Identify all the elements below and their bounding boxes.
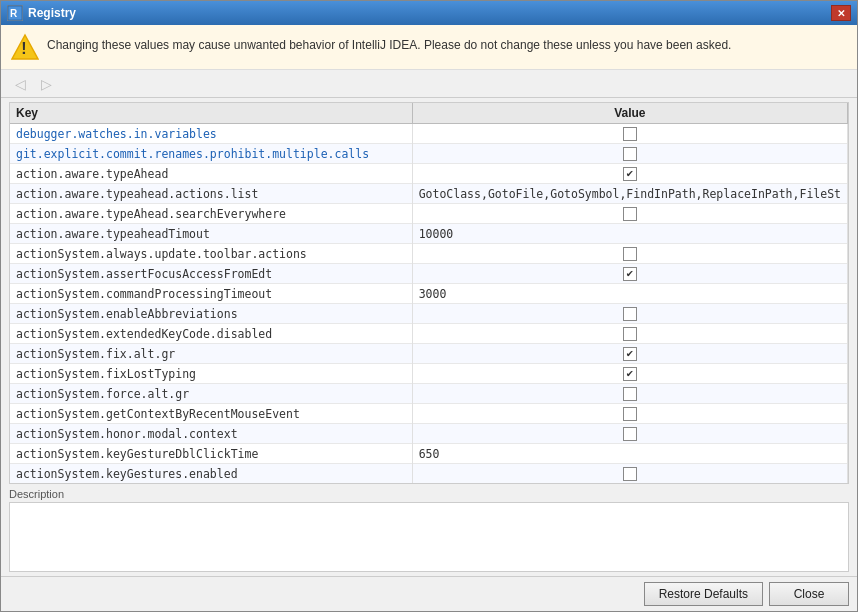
checkbox[interactable]	[623, 467, 637, 481]
registry-table-container[interactable]: Key Value debugger.watches.in.variablesg…	[9, 102, 849, 484]
table-row[interactable]: actionSystem.enableAbbreviations	[10, 304, 848, 324]
value-cell: 650	[412, 444, 847, 464]
value-cell[interactable]: ✔	[412, 264, 847, 284]
warning-text: Changing these values may cause unwanted…	[47, 33, 731, 54]
description-section: Description	[9, 488, 849, 572]
value-cell[interactable]	[412, 244, 847, 264]
table-row[interactable]: actionSystem.honor.modal.context	[10, 424, 848, 444]
key-cell: actionSystem.keyGestureDblClickTime	[10, 444, 412, 464]
forward-button[interactable]: ▷	[35, 74, 57, 94]
key-cell: action.aware.typeAhead.searchEverywhere	[10, 204, 412, 224]
value-cell: 3000	[412, 284, 847, 304]
key-cell: git.explicit.commit.renames.prohibit.mul…	[10, 144, 412, 164]
window-icon: R	[7, 5, 23, 21]
value-cell[interactable]	[412, 404, 847, 424]
checkbox[interactable]	[623, 387, 637, 401]
restore-defaults-button[interactable]: Restore Defaults	[644, 582, 763, 606]
table-row[interactable]: git.explicit.commit.renames.prohibit.mul…	[10, 144, 848, 164]
key-cell: actionSystem.enableAbbreviations	[10, 304, 412, 324]
checkbox[interactable]: ✔	[623, 267, 637, 281]
description-box	[9, 502, 849, 572]
table-row[interactable]: action.aware.typeAhead✔	[10, 164, 848, 184]
key-cell: actionSystem.assertFocusAccessFromEdt	[10, 264, 412, 284]
svg-text:R: R	[10, 8, 18, 19]
table-row[interactable]: actionSystem.commandProcessingTimeout300…	[10, 284, 848, 304]
warning-icon: !	[11, 33, 39, 61]
key-cell: actionSystem.mac.screenMenuNotUpdatedFix	[10, 484, 412, 485]
key-cell: action.aware.typeaheadTimout	[10, 224, 412, 244]
value-cell[interactable]: ✔	[412, 364, 847, 384]
table-row[interactable]: debugger.watches.in.variables	[10, 124, 848, 144]
key-cell: action.aware.typeAhead	[10, 164, 412, 184]
col-header-key: Key	[10, 103, 412, 124]
value-cell[interactable]	[412, 144, 847, 164]
table-row[interactable]: actionSystem.extendedKeyCode.disabled	[10, 324, 848, 344]
checkbox[interactable]	[623, 427, 637, 441]
svg-text:!: !	[21, 40, 26, 57]
registry-window: R Registry ✕ ! Changing these values may…	[0, 0, 858, 612]
checkbox[interactable]: ✔	[623, 367, 637, 381]
value-cell[interactable]	[412, 324, 847, 344]
key-cell: actionSystem.fixLostTyping	[10, 364, 412, 384]
value-cell[interactable]	[412, 484, 847, 485]
key-cell: actionSystem.extendedKeyCode.disabled	[10, 324, 412, 344]
key-cell: debugger.watches.in.variables	[10, 124, 412, 144]
table-row[interactable]: action.aware.typeaheadTimout10000	[10, 224, 848, 244]
key-cell: actionSystem.commandProcessingTimeout	[10, 284, 412, 304]
key-cell: actionSystem.fix.alt.gr	[10, 344, 412, 364]
key-cell: actionSystem.keyGestures.enabled	[10, 464, 412, 484]
value-cell[interactable]	[412, 384, 847, 404]
checkbox[interactable]	[623, 407, 637, 421]
table-row[interactable]: actionSystem.always.update.toolbar.actio…	[10, 244, 848, 264]
window-close-button[interactable]: ✕	[831, 5, 851, 21]
key-cell: action.aware.typeahead.actions.list	[10, 184, 412, 204]
checkbox[interactable]: ✔	[623, 167, 637, 181]
value-cell[interactable]	[412, 204, 847, 224]
checkbox[interactable]	[623, 327, 637, 341]
value-cell[interactable]	[412, 464, 847, 484]
title-bar: R Registry ✕	[1, 1, 857, 25]
close-button[interactable]: Close	[769, 582, 849, 606]
table-row[interactable]: action.aware.typeAhead.searchEverywhere	[10, 204, 848, 224]
table-body: debugger.watches.in.variablesgit.explici…	[10, 124, 848, 485]
toolbar: ◁ ▷	[1, 70, 857, 98]
table-row[interactable]: actionSystem.mac.screenMenuNotUpdatedFix	[10, 484, 848, 485]
table-header-row: Key Value	[10, 103, 848, 124]
table-row[interactable]: actionSystem.assertFocusAccessFromEdt✔	[10, 264, 848, 284]
table-row[interactable]: actionSystem.keyGestures.enabled	[10, 464, 848, 484]
warning-bar: ! Changing these values may cause unwant…	[1, 25, 857, 70]
checkbox[interactable]	[623, 307, 637, 321]
table-row[interactable]: actionSystem.keyGestureDblClickTime650	[10, 444, 848, 464]
table-row[interactable]: actionSystem.force.alt.gr	[10, 384, 848, 404]
value-cell[interactable]: ✔	[412, 164, 847, 184]
table-row[interactable]: actionSystem.fix.alt.gr✔	[10, 344, 848, 364]
table-row[interactable]: actionSystem.getContextByRecentMouseEven…	[10, 404, 848, 424]
value-cell[interactable]	[412, 304, 847, 324]
value-cell[interactable]: ✔	[412, 344, 847, 364]
value-cell[interactable]	[412, 124, 847, 144]
description-label: Description	[9, 488, 849, 500]
checkbox[interactable]	[623, 127, 637, 141]
bottom-bar: Restore Defaults Close	[1, 576, 857, 611]
checkbox[interactable]	[623, 207, 637, 221]
table-row[interactable]: actionSystem.fixLostTyping✔	[10, 364, 848, 384]
key-cell: actionSystem.always.update.toolbar.actio…	[10, 244, 412, 264]
value-cell[interactable]	[412, 424, 847, 444]
key-cell: actionSystem.getContextByRecentMouseEven…	[10, 404, 412, 424]
value-cell: GotoClass,GotoFile,GotoSymbol,FindInPath…	[412, 184, 847, 204]
checkbox[interactable]: ✔	[623, 347, 637, 361]
table-row[interactable]: action.aware.typeahead.actions.listGotoC…	[10, 184, 848, 204]
checkbox[interactable]	[623, 147, 637, 161]
col-header-value: Value	[412, 103, 847, 124]
window-title: Registry	[28, 6, 831, 20]
key-cell: actionSystem.force.alt.gr	[10, 384, 412, 404]
value-cell: 10000	[412, 224, 847, 244]
checkbox[interactable]	[623, 247, 637, 261]
key-cell: actionSystem.honor.modal.context	[10, 424, 412, 444]
registry-table: Key Value debugger.watches.in.variablesg…	[10, 103, 848, 484]
back-button[interactable]: ◁	[9, 74, 31, 94]
